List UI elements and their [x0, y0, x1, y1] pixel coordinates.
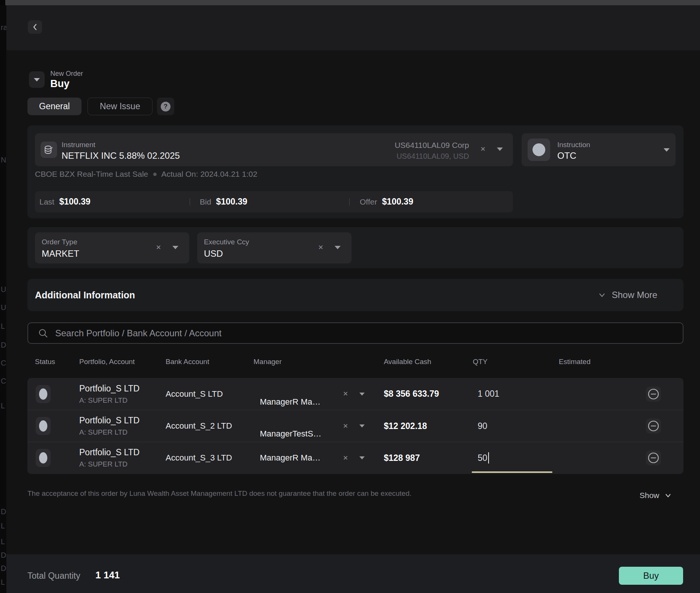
manager-value[interactable]: ManagerR Ma…: [260, 442, 320, 474]
order-side-dropdown[interactable]: [29, 71, 45, 88]
show-toggle[interactable]: Show: [640, 491, 672, 500]
order-type-select[interactable]: Order Type MARKET ✕: [35, 232, 189, 263]
buy-button[interactable]: Buy: [619, 567, 683, 585]
manager-clear-icon[interactable]: ✕: [343, 455, 348, 461]
help-button[interactable]: ?: [157, 98, 174, 115]
instrument-id-secondary: US64110LAL09, USD: [395, 152, 469, 161]
status-toggle[interactable]: [36, 449, 51, 467]
executive-ccy-label: Executive Ccy: [204, 238, 249, 246]
market-source: CBOE BZX Real-Time Last Sale: [35, 170, 148, 179]
instruction-select[interactable]: Instruction OTC: [522, 133, 676, 166]
executive-ccy-clear-icon[interactable]: ✕: [318, 244, 323, 251]
remove-row-button[interactable]: [646, 418, 661, 433]
instruction-icon: [528, 138, 550, 161]
divider: [349, 198, 350, 206]
executive-ccy-chevron-down-icon[interactable]: [335, 246, 341, 249]
manager-chevron-down-icon[interactable]: [359, 424, 365, 427]
qty-input[interactable]: 90: [472, 410, 552, 442]
allocation-table-header: Status Portfolio, Account Bank Account M…: [27, 355, 683, 370]
question-mark-icon: ?: [161, 102, 170, 111]
col-bank-account: Bank Account: [166, 358, 209, 366]
instruction-value: OTC: [557, 151, 576, 161]
minus-circle-icon: [647, 452, 659, 464]
show-label: Show: [640, 491, 659, 500]
chevron-down-icon: [597, 290, 606, 300]
order-type-label: Order Type: [42, 238, 77, 246]
account-name: A: SUPER LTD: [79, 460, 127, 468]
bank-account: Account_S LTD: [166, 378, 223, 410]
instrument-select[interactable]: Instrument NETFLIX INC 5.88% 02.2025 US6…: [35, 133, 513, 166]
background-letter: C: [1, 359, 6, 367]
background-letter: D: [1, 507, 6, 516]
quote-offer-value: $100.39: [382, 197, 413, 207]
back-button[interactable]: [28, 20, 42, 34]
col-available-cash: Available Cash: [384, 358, 431, 366]
instrument-identifiers: US64110LAL09 Corp US64110LAL09, USD: [395, 141, 469, 161]
available-cash: $128 987: [384, 442, 420, 474]
instrument-id-primary: US64110LAL09 Corp: [395, 141, 469, 150]
background-letter: L: [1, 578, 5, 587]
chevron-left-icon: [32, 23, 38, 31]
tab-new-issue[interactable]: New Issue: [88, 98, 152, 115]
coins-icon: [41, 141, 57, 158]
col-qty: QTY: [473, 358, 487, 366]
background-letter: L: [1, 522, 5, 530]
qty-value: 90: [478, 421, 487, 431]
background-letter: L: [1, 537, 5, 546]
available-cash: $8 356 633.79: [384, 378, 439, 410]
allocation-table: Portfolio_S LTD A: SUPER LTD Account_S L…: [27, 378, 683, 474]
status-toggle[interactable]: [36, 385, 51, 403]
background-letter: L: [1, 402, 5, 410]
portfolio-name: Portfolio_S LTD: [79, 384, 140, 394]
remove-row-button[interactable]: [646, 387, 661, 402]
background-letter: U: [1, 285, 6, 294]
additional-info-title: Additional Information: [35, 279, 135, 311]
table-row: Portfolio_S LTD A: SUPER LTD Account_S L…: [27, 378, 683, 410]
available-cash: $12 202.18: [384, 410, 427, 442]
background-page-strip: raNUULDCCLDLLDDL: [0, 5, 6, 593]
table-row: Portfolio_S LTD A: SUPER LTD Account_S_3…: [27, 442, 683, 474]
minus-circle-icon: [647, 420, 659, 432]
manager-clear-icon[interactable]: ✕: [343, 391, 348, 397]
modal-header-band: [6, 5, 700, 50]
market-actual-on: Actual On: 2024.04.21 1:02: [161, 170, 258, 179]
background-letter: U: [1, 303, 6, 312]
new-order-label: New Order: [50, 70, 83, 78]
order-type-chevron-down-icon[interactable]: [172, 246, 178, 249]
qty-input[interactable]: 50: [472, 442, 552, 474]
divider: [190, 198, 190, 206]
instrument-label: Instrument: [62, 141, 95, 149]
col-portfolio-account: Portfolio, Account: [79, 358, 135, 366]
search-placeholder: Search Portfolio / Bank Account / Accoun…: [55, 328, 222, 339]
order-params-card: Order Type MARKET ✕ Executive Ccy USD ✕: [27, 227, 683, 268]
executive-ccy-select[interactable]: Executive Ccy USD ✕: [197, 232, 352, 263]
tab-general[interactable]: General: [27, 98, 81, 115]
additional-info-card: Additional Information Show More: [27, 279, 683, 311]
status-dot-icon: [39, 452, 47, 464]
manager-chevron-down-icon[interactable]: [359, 456, 365, 459]
show-more-toggle[interactable]: Show More: [597, 279, 657, 311]
total-quantity-value: 1 141: [95, 569, 120, 581]
quote-bid: Bid $100.39: [200, 191, 247, 212]
manager-clear-icon[interactable]: ✕: [343, 423, 348, 429]
chevron-down-icon: [664, 491, 672, 500]
search-input[interactable]: Search Portfolio / Bank Account / Accoun…: [27, 322, 683, 344]
instrument-chevron-down-icon[interactable]: [497, 147, 503, 151]
quote-last: Last $100.39: [39, 191, 91, 212]
instruction-chevron-down-icon[interactable]: [664, 148, 670, 152]
quote-offer: Offer $100.39: [360, 191, 413, 212]
minus-circle-icon: [647, 388, 659, 400]
circle-icon: [533, 143, 545, 156]
order-side-value: Buy: [50, 78, 69, 90]
order-type-clear-icon[interactable]: ✕: [156, 244, 161, 251]
quote-offer-label: Offer: [360, 197, 377, 206]
status-toggle[interactable]: [36, 417, 51, 435]
instrument-clear-icon[interactable]: ✕: [480, 146, 486, 152]
qty-value: 1 001: [478, 389, 499, 399]
executive-ccy-value: USD: [204, 248, 223, 259]
background-letter: L: [1, 322, 5, 331]
bank-account: Account_S_2 LTD: [166, 410, 232, 442]
remove-row-button[interactable]: [646, 450, 661, 465]
manager-chevron-down-icon[interactable]: [359, 393, 365, 396]
qty-input[interactable]: 1 001: [472, 378, 552, 410]
